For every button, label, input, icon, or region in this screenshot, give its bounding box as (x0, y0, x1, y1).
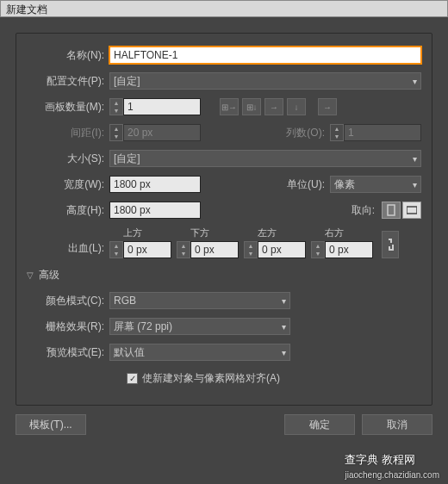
dialog-body: 名称(N): 配置文件(P): [自定] 画板数量(M): ▲▼ ⊞→ ⊞↓ →… (0, 17, 448, 484)
colormode-dropdown[interactable]: RGB (109, 292, 290, 309)
colormode-label: 颜色模式(C): (27, 294, 109, 308)
spacing-label: 间距(I): (27, 126, 109, 140)
watermark-sub: jiaocheng.chazidian.com (345, 470, 439, 480)
width-label: 宽度(W): (27, 177, 109, 192)
artboards-spinner[interactable]: ▲▼ (109, 98, 201, 115)
svg-rect-0 (388, 205, 395, 215)
size-label: 大小(S): (27, 152, 109, 166)
columns-spinner: ▲▼ (330, 124, 421, 141)
cancel-button[interactable]: 取消 (362, 414, 432, 435)
bleed-left-input[interactable] (258, 241, 306, 258)
units-value: 像素 (334, 177, 355, 192)
landscape-icon (407, 204, 417, 216)
link-bleed-button[interactable] (382, 231, 399, 258)
title-bar: 新建文档 (0, 0, 448, 17)
bleed-bottom-label: 下方 (177, 226, 239, 239)
link-icon (386, 238, 395, 251)
bleed-right-label: 右方 (311, 226, 373, 239)
orient-label: 取向: (344, 203, 380, 218)
name-input[interactable] (109, 47, 421, 64)
spacing-input (123, 124, 201, 141)
raster-value: 屏幕 (72 ppi) (114, 320, 172, 334)
bleed-top-input[interactable] (123, 241, 171, 258)
bleed-top-spinner[interactable]: ▲▼ (109, 241, 171, 258)
raster-dropdown[interactable]: 屏幕 (72 ppi) (109, 318, 290, 335)
ok-button[interactable]: 确定 (284, 414, 355, 435)
arrow-icon[interactable]: → (318, 98, 337, 115)
collapse-arrow-icon[interactable]: ▽ (27, 270, 34, 280)
advanced-label: 高级 (39, 268, 59, 282)
main-panel: 名称(N): 配置文件(P): [自定] 画板数量(M): ▲▼ ⊞→ ⊞↓ →… (16, 33, 432, 406)
units-dropdown[interactable]: 像素 (330, 176, 421, 193)
bleed-label: 出血(L): (27, 241, 109, 258)
col-arrange-icon[interactable]: ↓ (287, 98, 306, 115)
height-label: 高度(H): (27, 203, 109, 218)
grid-row-icon[interactable]: ⊞→ (220, 98, 239, 115)
columns-label: 列数(O): (278, 126, 330, 140)
grid-col-icon[interactable]: ⊞↓ (242, 98, 261, 115)
watermark-main: 查字典 教程网 (345, 453, 415, 466)
artboards-label: 画板数量(M): (27, 100, 109, 115)
units-label: 单位(U): (278, 177, 330, 192)
artboards-input[interactable] (123, 98, 201, 115)
profile-dropdown[interactable]: [自定] (109, 72, 421, 90)
height-input[interactable] (109, 202, 201, 219)
bleed-left-label: 左方 (244, 226, 306, 239)
preview-label: 预览模式(E): (27, 345, 109, 360)
template-button[interactable]: 模板(T)... (16, 414, 86, 435)
orient-landscape-button[interactable] (402, 202, 421, 219)
raster-label: 栅格效果(R): (27, 320, 109, 334)
bleed-left-spinner[interactable]: ▲▼ (244, 241, 306, 258)
portrait-icon (386, 204, 396, 216)
size-value: [自定] (114, 152, 140, 166)
profile-value: [自定] (114, 74, 140, 89)
bleed-bottom-input[interactable] (190, 241, 239, 258)
orient-portrait-button[interactable] (382, 202, 401, 219)
columns-input (344, 124, 421, 141)
spacing-spinner: ▲▼ (109, 124, 201, 141)
bleed-right-spinner[interactable]: ▲▼ (311, 241, 373, 258)
preview-dropdown[interactable]: 默认值 (109, 344, 290, 361)
svg-rect-1 (407, 207, 417, 214)
size-dropdown[interactable]: [自定] (109, 150, 421, 167)
align-grid-checkbox[interactable]: ✓ (127, 373, 138, 384)
bleed-right-input[interactable] (325, 241, 373, 258)
name-label: 名称(N): (27, 48, 109, 63)
row-arrange-icon[interactable]: → (264, 98, 283, 115)
colormode-value: RGB (114, 295, 136, 307)
width-input[interactable] (109, 176, 201, 193)
bleed-top-label: 上方 (109, 226, 171, 239)
preview-value: 默认值 (114, 345, 145, 360)
align-grid-label: 使新建对象与像素网格对齐(A) (142, 371, 280, 386)
watermark: 查字典 教程网 jiaocheng.chazidian.com (345, 452, 439, 481)
profile-label: 配置文件(P): (27, 74, 109, 89)
bleed-bottom-spinner[interactable]: ▲▼ (177, 241, 239, 258)
